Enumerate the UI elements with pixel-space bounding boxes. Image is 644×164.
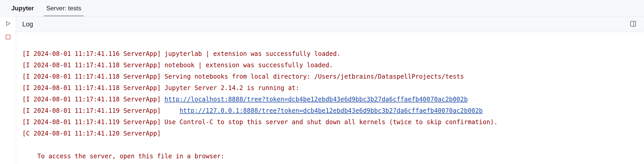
log-text: [I 2024-08-01 11:17:41.118 ServerApp] bbox=[22, 96, 164, 103]
log-text: [I 2024-08-01 11:17:41.119 ServerApp] Us… bbox=[22, 118, 498, 126]
layout-button[interactable] bbox=[628, 20, 638, 29]
log-text: [C 2024-08-01 11:17:41.120 ServerApp] bbox=[22, 130, 161, 137]
tab-server-label: Server: tests bbox=[46, 5, 81, 12]
svg-rect-0 bbox=[6, 35, 10, 39]
log-line: [I 2024-08-01 11:17:41.118 ServerApp] Se… bbox=[22, 73, 464, 80]
workspace: Log [I 2024-08-01 11:17:41.116 ServerApp… bbox=[0, 17, 644, 164]
log-text: [I 2024-08-01 11:17:41.119 ServerApp] bbox=[22, 107, 180, 114]
log-line: [I 2024-08-01 11:17:41.118 ServerApp] ht… bbox=[22, 96, 468, 103]
tab-bar: Jupyter Server: tests bbox=[0, 0, 644, 17]
log-text: [I 2024-08-01 11:17:41.118 ServerApp] Se… bbox=[22, 73, 464, 80]
tab-jupyter[interactable]: Jupyter bbox=[5, 0, 40, 17]
run-icon bbox=[5, 20, 11, 28]
tab-server[interactable]: Server: tests bbox=[40, 0, 88, 17]
tab-jupyter-label: Jupyter bbox=[11, 5, 34, 12]
panel-header: Log bbox=[16, 17, 644, 32]
log-line: [I 2024-08-01 11:17:41.116 ServerApp] ju… bbox=[22, 50, 340, 57]
stop-icon bbox=[5, 34, 11, 41]
log-line: [I 2024-08-01 11:17:41.118 ServerApp] Ju… bbox=[22, 84, 299, 92]
log-text: To access the server, open this file in … bbox=[22, 153, 224, 160]
log-line: [I 2024-08-01 11:17:41.119 ServerApp] ht… bbox=[22, 107, 483, 114]
log-output: [I 2024-08-01 11:17:41.116 ServerApp] ju… bbox=[16, 32, 644, 164]
log-text: [I 2024-08-01 11:17:41.118 ServerApp] no… bbox=[22, 62, 333, 69]
log-line: [I 2024-08-01 11:17:41.118 ServerApp] no… bbox=[22, 62, 333, 69]
panel-title: Log bbox=[22, 20, 628, 28]
log-line: [C 2024-08-01 11:17:41.120 ServerApp] bbox=[22, 130, 161, 137]
layout-icon bbox=[630, 20, 636, 28]
log-link[interactable]: http://127.0.0.1:8888/tree?token=dcb4be1… bbox=[180, 107, 483, 114]
gutter bbox=[0, 17, 16, 164]
log-link[interactable]: http://localhost:8888/tree?token=dcb4be1… bbox=[164, 96, 468, 103]
svg-rect-1 bbox=[631, 21, 636, 26]
log-text: [I 2024-08-01 11:17:41.118 ServerApp] Ju… bbox=[22, 84, 299, 92]
stop-button[interactable] bbox=[3, 33, 13, 42]
log-text: [I 2024-08-01 11:17:41.116 ServerApp] ju… bbox=[22, 50, 340, 57]
log-line: [I 2024-08-01 11:17:41.119 ServerApp] Us… bbox=[22, 118, 498, 126]
log-panel: Log [I 2024-08-01 11:17:41.116 ServerApp… bbox=[16, 17, 644, 164]
log-line: To access the server, open this file in … bbox=[22, 153, 224, 160]
run-button[interactable] bbox=[3, 19, 13, 29]
